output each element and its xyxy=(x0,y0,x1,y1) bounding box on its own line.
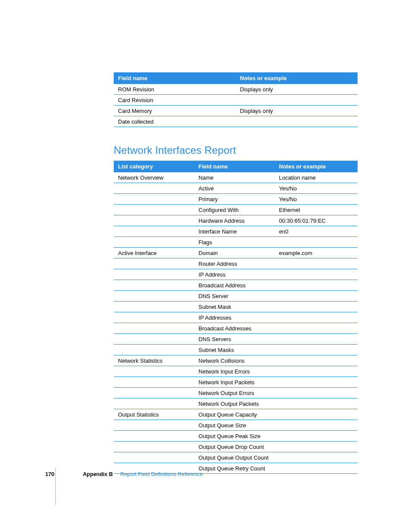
table-row: Card MemoryDisplays only xyxy=(114,106,358,116)
table-row: Network Input Packets xyxy=(114,377,358,388)
table-cell: Yes/No xyxy=(275,183,358,194)
section-title: Network Interfaces Report xyxy=(114,144,358,156)
table-cell xyxy=(275,323,358,334)
table-cell: Displays only xyxy=(236,84,358,95)
page-footer: 170 Appendix B Report Field Definitions … xyxy=(0,471,411,477)
table-cell xyxy=(275,409,358,420)
table-cell xyxy=(275,366,358,377)
table-row: PrimaryYes/No xyxy=(114,194,358,205)
table-row: Network Input Errors xyxy=(114,366,358,377)
table-cell: Flags xyxy=(194,237,275,248)
table-row: Output Queue Drop Count xyxy=(114,442,358,452)
table-cell: IP Address xyxy=(194,269,275,280)
table-cell xyxy=(114,280,194,291)
table-row: Network Output Packets xyxy=(114,398,358,409)
t1-header-notes: Notes or example xyxy=(236,72,358,84)
table-cell xyxy=(114,269,194,280)
table-row: Date collected xyxy=(114,116,358,127)
table-cell xyxy=(114,237,194,248)
table-cell xyxy=(275,312,358,323)
table-cell: Output Queue Capacity xyxy=(194,409,275,420)
table-cell xyxy=(114,388,194,398)
table-row: Interface Nameen0 xyxy=(114,226,358,237)
table-cell: en0 xyxy=(275,226,358,237)
table-cell: example.com xyxy=(275,248,358,258)
footer-rule xyxy=(55,468,56,505)
table-row: IP Address xyxy=(114,269,358,280)
table-cell: 00:30:65:01:79:EC xyxy=(275,215,358,226)
table-cell xyxy=(114,183,194,194)
table-row: Subnet Mask xyxy=(114,302,358,312)
table-row: ActiveYes/No xyxy=(114,183,358,194)
table-row: Network OverviewNameLocation name xyxy=(114,172,358,183)
table-cell: DNS Server xyxy=(194,291,275,302)
table-cell: ROM Revision xyxy=(114,84,236,95)
page-number: 170 xyxy=(45,471,54,477)
table-cell xyxy=(275,345,358,355)
table-row: Configured WithEthernet xyxy=(114,205,358,215)
table-cell: DNS Servers xyxy=(194,334,275,345)
table-cell xyxy=(236,95,358,106)
table-row: Output StatisticsOutput Queue Capacity xyxy=(114,409,358,420)
table-cell xyxy=(275,302,358,312)
table-cell: Output Queue Output Count xyxy=(194,452,275,463)
table-cell xyxy=(114,323,194,334)
table-cell: Name xyxy=(194,172,275,183)
table-cell xyxy=(114,442,194,452)
table-cell: Network Collisions xyxy=(194,355,275,366)
table-cell: Network Statistics xyxy=(114,355,194,366)
table-cell xyxy=(275,452,358,463)
table-cell: Subnet Masks xyxy=(194,345,275,355)
table-cell: Output Queue Size xyxy=(194,420,275,431)
table-cell xyxy=(114,345,194,355)
table-cell xyxy=(114,452,194,463)
t2-header-field-name: Field name xyxy=(194,161,275,172)
table-cell: Router Address xyxy=(194,258,275,269)
field-table-1: Field name Notes or example ROM Revision… xyxy=(114,72,358,127)
table-cell xyxy=(114,377,194,388)
table-cell: Displays only xyxy=(236,106,358,116)
table-cell xyxy=(275,377,358,388)
table-cell xyxy=(275,334,358,345)
table-row: Output Queue Peak Size xyxy=(114,431,358,442)
page: Field name Notes or example ROM Revision… xyxy=(0,0,411,532)
table-cell xyxy=(114,258,194,269)
t2-header-notes: Notes or example xyxy=(275,161,358,172)
table-cell xyxy=(114,226,194,237)
table-row: Active InterfaceDomainexample.com xyxy=(114,248,358,258)
table-cell xyxy=(275,291,358,302)
table-row: Output Queue Output Count xyxy=(114,452,358,463)
table-cell: Domain xyxy=(194,248,275,258)
t2-header-list-category: List category xyxy=(114,161,194,172)
content-area: Field name Notes or example ROM Revision… xyxy=(114,72,358,474)
table-row: IP Addresses xyxy=(114,312,358,323)
table-cell: Broadcast Addresses xyxy=(194,323,275,334)
field-table-2: List category Field name Notes or exampl… xyxy=(114,161,358,474)
table-cell: Active xyxy=(194,183,275,194)
table-row: Flags xyxy=(114,237,358,248)
table-row: Subnet Masks xyxy=(114,345,358,355)
table-cell: Yes/No xyxy=(275,194,358,205)
table-cell: Network Input Packets xyxy=(194,377,275,388)
table-cell xyxy=(114,366,194,377)
table-cell: Output Statistics xyxy=(114,409,194,420)
table-cell: Network Input Errors xyxy=(194,366,275,377)
t1-header-field-name: Field name xyxy=(114,72,236,84)
table-cell: Date collected xyxy=(114,116,236,127)
table-cell: IP Addresses xyxy=(194,312,275,323)
table-cell xyxy=(275,258,358,269)
table-cell xyxy=(114,398,194,409)
appendix-label: Appendix B xyxy=(83,471,112,477)
table-cell: Configured With xyxy=(194,205,275,215)
table-cell: Active Interface xyxy=(114,248,194,258)
table-cell: Network Output Errors xyxy=(194,388,275,398)
table-row: Broadcast Address xyxy=(114,280,358,291)
table-cell: Primary xyxy=(194,194,275,205)
table-cell xyxy=(275,280,358,291)
table-cell xyxy=(236,116,358,127)
table-row: Card Revision xyxy=(114,95,358,106)
table-cell xyxy=(114,194,194,205)
table-cell xyxy=(275,269,358,280)
table-cell xyxy=(114,420,194,431)
table-cell: Hardware Address xyxy=(194,215,275,226)
